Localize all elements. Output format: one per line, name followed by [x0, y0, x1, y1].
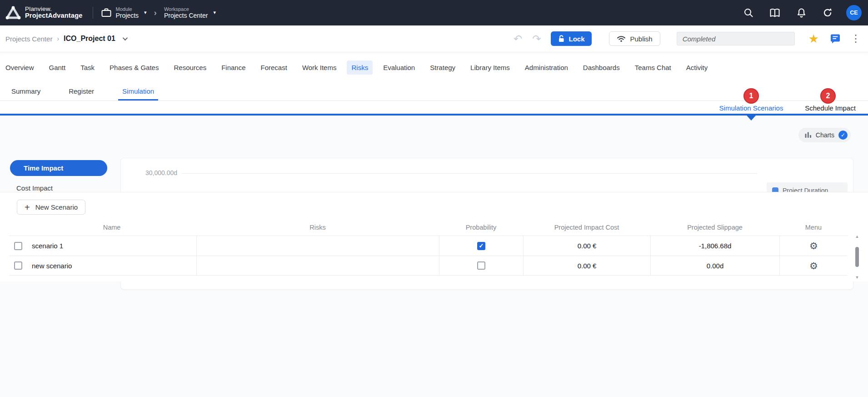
- slippage-cell: 0.00d: [650, 256, 779, 276]
- tab-evaluation[interactable]: Evaluation: [379, 60, 419, 75]
- impact-nav-time-impact[interactable]: Time Impact: [10, 160, 107, 176]
- lock-button[interactable]: Lock: [551, 31, 592, 46]
- probability-cell: ✓: [439, 236, 523, 256]
- tab-gantt[interactable]: Gantt: [45, 60, 70, 75]
- column-header: Menu: [779, 224, 848, 236]
- refresh-icon[interactable]: [820, 5, 835, 20]
- chevron-down-icon[interactable]: [123, 35, 128, 40]
- notifications-bell-icon[interactable]: [793, 5, 809, 20]
- tab-overview[interactable]: Overview: [1, 60, 39, 75]
- tab-activity[interactable]: Activity: [682, 60, 713, 75]
- y-axis-tick-label: 30,000.00d: [123, 169, 177, 176]
- column-header: Risks: [196, 224, 439, 236]
- column-header: Probability: [439, 224, 523, 236]
- tab-administration[interactable]: Administration: [520, 60, 573, 75]
- scroll-up-icon[interactable]: ▲: [855, 234, 859, 239]
- tab-forecast[interactable]: Forecast: [256, 60, 292, 75]
- scenario-table: NameRisksProbabilityProjected Impact Cos…: [9, 224, 848, 276]
- module-label: Module: [116, 6, 139, 12]
- subtab-summary[interactable]: Summary: [7, 82, 45, 101]
- briefcase-icon: [101, 8, 111, 17]
- subtab-register[interactable]: Register: [65, 82, 98, 101]
- undo-button[interactable]: ↶: [514, 34, 522, 44]
- step-2-badge: 2: [820, 88, 836, 104]
- tab-simulation-scenarios[interactable]: Simulation Scenarios: [708, 104, 794, 112]
- scrollbar-thumb[interactable]: [855, 247, 859, 267]
- gear-icon[interactable]: ⚙: [809, 241, 818, 251]
- slippage-cell: -1,806.68d: [650, 236, 779, 256]
- active-tab-rule: [0, 114, 868, 116]
- risks-cell[interactable]: [196, 256, 439, 276]
- top-navbar: Planview. ProjectAdvantage Module Projec…: [0, 0, 868, 25]
- breadcrumb: Projects Center › ICO_Project 01: [0, 35, 126, 43]
- workspace-switcher[interactable]: Workspace Projects Center ▾: [164, 6, 216, 20]
- brand[interactable]: Planview. ProjectAdvantage: [0, 5, 83, 20]
- new-scenario-button[interactable]: + New Scenario: [17, 200, 85, 215]
- impact-cost-cell: 0.00 €: [523, 256, 650, 276]
- search-icon[interactable]: [741, 5, 756, 20]
- publish-wifi-icon: [617, 35, 626, 42]
- scenario-name-cell[interactable]: scenario 1: [27, 236, 196, 256]
- brand-line1: Planview.: [25, 6, 83, 12]
- tab-task[interactable]: Task: [76, 60, 99, 75]
- library-book-icon[interactable]: [767, 5, 783, 20]
- active-tab-pointer-icon: [747, 116, 756, 121]
- tab-schedule-impact[interactable]: Schedule Impact: [794, 104, 866, 112]
- chart-gridline: [182, 173, 757, 174]
- tab-library-items[interactable]: Library Items: [466, 60, 514, 75]
- unlock-icon: [558, 35, 565, 42]
- module-switcher[interactable]: Module Projects ▾: [101, 6, 147, 20]
- planview-logo-icon: [5, 5, 21, 20]
- probability-cell: [439, 256, 523, 276]
- column-header: Projected Impact Cost: [523, 224, 650, 236]
- caret-down-icon: ▾: [213, 10, 216, 15]
- scenario-name-cell[interactable]: new scenario: [27, 256, 196, 276]
- scroll-down-icon[interactable]: ▼: [855, 275, 859, 280]
- user-avatar[interactable]: CE: [846, 5, 862, 20]
- workspace-value: Projects Center: [164, 12, 208, 19]
- tab-work-items[interactable]: Work Items: [298, 60, 341, 75]
- favorite-star-icon[interactable]: ★: [808, 33, 819, 45]
- impact-cost-cell: 0.00 €: [523, 236, 650, 256]
- row-select-cell: [9, 256, 27, 276]
- row-checkbox[interactable]: [14, 242, 22, 250]
- checked-icon: ✓: [838, 131, 848, 140]
- table-scrollbar[interactable]: ▲ ▼: [853, 234, 861, 280]
- status-field[interactable]: [677, 32, 795, 45]
- tab-strategy[interactable]: Strategy: [425, 60, 460, 75]
- charts-toggle-label: Charts: [816, 131, 834, 139]
- tab-resources[interactable]: Resources: [169, 60, 211, 75]
- breadcrumb-parent[interactable]: Projects Center: [5, 35, 52, 43]
- tab-phases-gates[interactable]: Phases & Gates: [105, 60, 163, 75]
- project-toolbar: Projects Center › ICO_Project 01 ↶ ↷ Loc…: [0, 25, 868, 52]
- probability-checkbox[interactable]: ✓: [477, 242, 485, 250]
- column-header: Name: [27, 224, 196, 236]
- probability-checkbox[interactable]: [477, 261, 485, 270]
- column-header: Projected Slippage: [650, 224, 779, 236]
- menu-cell: ⚙: [779, 236, 848, 256]
- row-checkbox[interactable]: [14, 261, 22, 270]
- redo-button[interactable]: ↷: [532, 34, 541, 44]
- tab-finance[interactable]: Finance: [217, 60, 250, 75]
- brand-line2: ProjectAdvantage: [25, 12, 83, 19]
- tab-dashboards[interactable]: Dashboards: [579, 60, 624, 75]
- comments-icon[interactable]: [830, 34, 841, 44]
- workspace-label: Workspace: [164, 6, 208, 12]
- risks-subtab-bar: SummaryRegisterSimulation: [0, 82, 868, 101]
- menu-cell: ⚙: [779, 256, 848, 276]
- risks-cell[interactable]: [196, 236, 439, 256]
- publish-button[interactable]: Publish: [609, 31, 660, 46]
- plus-icon: +: [25, 203, 30, 212]
- gear-icon[interactable]: ⚙: [809, 261, 818, 271]
- tab-risks[interactable]: Risks: [347, 60, 373, 75]
- scenario-table-card: + New Scenario NameRisksProbabilityProje…: [0, 192, 868, 281]
- impact-nav-cost-impact[interactable]: Cost Impact: [16, 184, 53, 192]
- main-tab-bar: OverviewGanttTaskPhases & GatesResources…: [0, 53, 868, 82]
- tab-teams-chat[interactable]: Teams Chat: [630, 60, 676, 75]
- module-value: Projects: [116, 12, 139, 19]
- chevron-right-icon: ›: [154, 8, 157, 18]
- subtab-simulation[interactable]: Simulation: [118, 82, 158, 101]
- kebab-menu-icon[interactable]: ⋮: [851, 33, 861, 45]
- charts-toggle[interactable]: Charts ✓: [798, 128, 851, 142]
- row-select-cell: [9, 236, 27, 256]
